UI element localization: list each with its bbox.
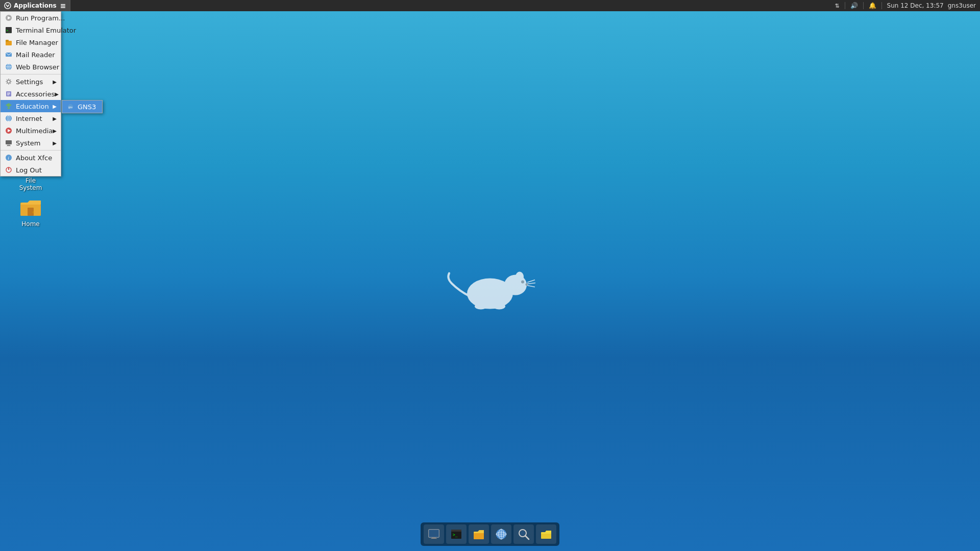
system-label: System [16, 139, 40, 147]
svg-line-53 [527, 283, 535, 284]
applications-label: Applications [14, 2, 57, 9]
svg-point-46 [33, 212, 34, 213]
accessories-arrow: ▶ [55, 91, 59, 97]
volume-icon[interactable]: 🔊 [850, 2, 858, 9]
internet-icon [5, 114, 13, 122]
menu-item-terminal[interactable]: >_ Terminal Emulator [1, 24, 61, 36]
mail-reader-label: Mail Reader [16, 51, 55, 59]
terminal-icon: >_ [5, 26, 13, 34]
svg-rect-58 [429, 530, 439, 537]
run-program-label: Run Program... [16, 14, 65, 22]
svg-line-52 [527, 280, 535, 282]
taskbar-search[interactable] [513, 524, 534, 544]
menu-item-accessories[interactable]: Accessories ▶ [1, 88, 61, 100]
internet-arrow: ▶ [53, 116, 57, 121]
filesystem-label: File System [12, 177, 49, 192]
menu-item-education[interactable]: Education ▶ gns GNS3 [1, 100, 61, 112]
svg-text:>_: >_ [453, 533, 458, 537]
svg-line-72 [525, 536, 529, 539]
desktop: Applications ≡ ⇅ 🔊 🔔 Sun 12 Dec, 13:57 g… [0, 0, 980, 551]
menu-item-about-xfce[interactable]: i About Xfce [1, 152, 61, 164]
taskbar-folder[interactable] [536, 524, 556, 544]
taskbar-browser[interactable] [491, 524, 511, 544]
system-arrow: ▶ [53, 140, 57, 146]
mail-reader-icon [5, 51, 13, 59]
svg-rect-28 [7, 145, 10, 146]
web-browser-label: Web Browser [16, 63, 59, 71]
taskbar-show-desktop[interactable] [424, 524, 444, 544]
taskbar-terminal[interactable]: >_ [446, 524, 467, 544]
svg-point-56 [493, 303, 505, 309]
settings-label: Settings [16, 78, 43, 86]
accessories-icon [5, 90, 13, 98]
menu-item-web-browser[interactable]: Web Browser [1, 61, 61, 73]
web-browser-icon [5, 63, 13, 71]
top-panel-right: ⇅ 🔊 🔔 Sun 12 Dec, 13:57 gns3user [835, 2, 980, 9]
menu-item-internet[interactable]: Internet ▶ [1, 112, 61, 124]
multimedia-label: Multimedia [16, 127, 53, 135]
svg-point-55 [475, 303, 487, 309]
education-label: Education [16, 103, 49, 110]
multimedia-arrow: ▶ [53, 128, 57, 134]
education-submenu: gns GNS3 [62, 100, 103, 113]
notification-icon[interactable]: 🔔 [869, 2, 876, 9]
internet-label: Internet [16, 115, 42, 122]
menu-item-log-out[interactable]: Log Out [1, 164, 61, 176]
panel-separator-2 [863, 2, 864, 9]
menu-item-multimedia[interactable]: Multimedia ▶ [1, 124, 61, 137]
run-program-icon [5, 14, 13, 22]
panel-separator-1 [845, 2, 845, 9]
panel-separator-3 [881, 2, 882, 9]
applications-menu: Run Program... >_ Terminal Emulator File… [0, 11, 61, 177]
accessories-label: Accessories [16, 90, 55, 98]
menu-item-run-program[interactable]: Run Program... [1, 12, 61, 24]
svg-line-54 [527, 285, 535, 287]
taskbar: >_ [421, 522, 559, 546]
menu-separator-1 [1, 74, 61, 74]
username-label: gns3user [948, 2, 976, 9]
svg-text:>_: >_ [6, 29, 11, 33]
applications-menu-button[interactable]: Applications ≡ [0, 0, 70, 11]
menu-item-mail-reader[interactable]: Mail Reader [1, 48, 61, 61]
svg-point-49 [516, 271, 524, 282]
xfce-desktop-logo [444, 255, 536, 318]
svg-marker-17 [6, 103, 12, 107]
svg-rect-27 [6, 140, 12, 144]
education-arrow: ▶ [53, 104, 57, 109]
svg-rect-59 [432, 537, 436, 538]
svg-point-51 [521, 280, 524, 283]
taskbar-files[interactable] [469, 524, 489, 544]
system-icon [5, 139, 13, 147]
xfce-icon [4, 2, 11, 9]
gns3-icon: gns [66, 103, 75, 111]
log-out-icon [5, 166, 13, 174]
settings-icon [5, 78, 13, 86]
svg-point-0 [5, 3, 11, 9]
file-manager-icon [5, 38, 13, 46]
settings-arrow: ▶ [53, 79, 57, 85]
menu-item-system[interactable]: System ▶ [1, 137, 61, 149]
terminal-label: Terminal Emulator [16, 27, 76, 34]
about-xfce-label: About Xfce [16, 154, 52, 162]
svg-text:gns: gns [68, 106, 73, 109]
svg-point-12 [7, 80, 10, 83]
menu-separator-symbol: ≡ [60, 2, 66, 10]
svg-point-73 [520, 531, 525, 536]
about-xfce-icon: i [5, 154, 13, 162]
svg-rect-29 [7, 146, 11, 146]
submenu-item-gns3[interactable]: gns GNS3 [62, 101, 102, 113]
menu-item-file-manager[interactable]: File Manager [1, 36, 61, 48]
home-label: Home [20, 220, 41, 228]
gns3-label: GNS3 [78, 103, 96, 111]
desktop-icon-home[interactable]: Home [10, 191, 51, 230]
file-manager-label: File Manager [16, 39, 58, 46]
network-icon: ⇅ [835, 3, 839, 9]
datetime-label: Sun 12 Dec, 13:57 [887, 2, 944, 9]
svg-rect-6 [6, 40, 9, 42]
home-icon-img [18, 193, 43, 218]
multimedia-icon [5, 127, 13, 135]
top-panel-left: Applications ≡ [0, 0, 70, 11]
menu-item-settings[interactable]: Settings ▶ [1, 76, 61, 88]
log-out-label: Log Out [16, 166, 42, 174]
svg-rect-62 [451, 530, 461, 532]
